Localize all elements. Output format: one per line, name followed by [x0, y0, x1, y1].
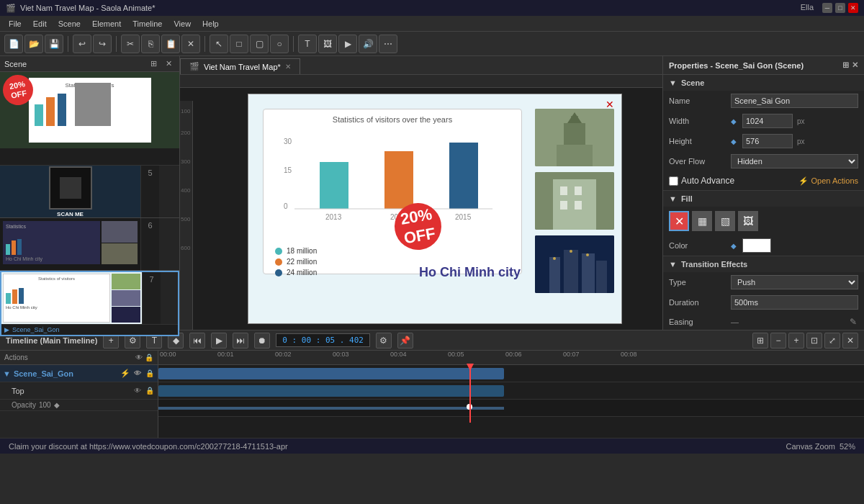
- tl-zoom-in[interactable]: +: [788, 333, 804, 348]
- maximize-button[interactable]: □: [835, 3, 845, 13]
- color-swatch[interactable]: [742, 238, 771, 253]
- select-tool[interactable]: ↖: [210, 35, 228, 53]
- tl-record[interactable]: ⏺: [254, 333, 270, 348]
- tl-layer-eye[interactable]: 👁: [132, 386, 143, 396]
- fill-section: ▼ Fill ✕ ▦ ▧ 🖼 Color ◆: [663, 191, 864, 256]
- app-icon: 🎬: [6, 4, 16, 13]
- props-title: Properties - Scene_Sai Gon (Scene): [669, 61, 804, 70]
- tab-main[interactable]: 🎬 Viet Nam Travel Map* ✕: [180, 58, 300, 74]
- tab-close[interactable]: ✕: [285, 63, 291, 71]
- tl-lock-icon[interactable]: 🔒: [145, 369, 155, 379]
- menu-file[interactable]: File: [3, 18, 27, 30]
- save-button[interactable]: 💾: [45, 35, 63, 53]
- tl-layer-lock[interactable]: 🔒: [145, 386, 155, 396]
- fill-gradient-btn[interactable]: ▧: [715, 211, 735, 231]
- fill-section-header[interactable]: ▼ Fill: [663, 191, 864, 207]
- open-actions-btn[interactable]: ⚡ Open Actions: [798, 176, 858, 186]
- timeline-panel: Timeline (Main Timeline) + ⚙ T ◆ ⏮ ▶ ⏭ ⏺…: [0, 330, 864, 438]
- canvas-with-ruler: 100 200 300 400 500 600 ✕ Statistics of …: [180, 88, 662, 330]
- tl-collapse-icon: ▼: [3, 369, 11, 378]
- delete-button[interactable]: ✕: [181, 35, 200, 53]
- tl-zoom-out[interactable]: −: [770, 333, 786, 348]
- tl-layer-bar: [158, 385, 504, 397]
- duration-label: Duration: [669, 298, 726, 307]
- scenes-close[interactable]: ✕: [163, 58, 175, 69]
- shape-rect[interactable]: □: [230, 35, 248, 53]
- new-button[interactable]: 📄: [4, 35, 23, 53]
- photo-building: [535, 172, 614, 230]
- scenes-expand[interactable]: ⊞: [148, 58, 160, 69]
- svg-text:15: 15: [284, 166, 292, 174]
- tl-fit[interactable]: ⊡: [806, 333, 822, 348]
- menu-element[interactable]: Element: [86, 18, 127, 30]
- main-content: Scene ⊞ ✕ Statistics of visitors: [0, 56, 864, 330]
- tl-goto-end[interactable]: ⏭: [233, 333, 248, 348]
- name-input[interactable]: [731, 94, 858, 108]
- close-scene-button[interactable]: ✕: [606, 99, 614, 110]
- tl-opacity-track[interactable]: [158, 400, 864, 417]
- menu-edit[interactable]: Edit: [27, 18, 53, 30]
- menu-view[interactable]: View: [168, 18, 197, 30]
- menu-help[interactable]: Help: [197, 18, 225, 30]
- legend-label-3: 24 million: [287, 269, 317, 276]
- undo-button[interactable]: ↩: [73, 35, 91, 53]
- tl-expand[interactable]: ⤢: [824, 333, 840, 348]
- toolbar: 📄 📂 💾 ↩ ↪ ✂ ⎘ 📋 ✕ ↖ □ ▢ ○ T 🖼 ▶ 🔊 ⋯: [0, 32, 864, 56]
- tl-scene-track[interactable]: [158, 365, 864, 382]
- open-actions-label: Open Actions: [811, 176, 858, 185]
- props-expand[interactable]: ⊞: [842, 60, 849, 70]
- audio-tool[interactable]: 🔊: [359, 35, 377, 53]
- scene-thumb-7[interactable]: Statistics of visitors Ho Chi Minh city: [0, 271, 179, 336]
- text-tool[interactable]: T: [298, 35, 317, 53]
- minimize-button[interactable]: ─: [822, 3, 832, 13]
- auto-advance-checkbox[interactable]: [669, 176, 678, 186]
- tm-0: 00:00: [158, 351, 176, 358]
- transition-section-header[interactable]: ▼ Transition Effects: [663, 256, 864, 272]
- easing-value: —: [731, 318, 739, 326]
- tl-snap[interactable]: 📌: [397, 333, 413, 348]
- scene-section-header[interactable]: ▼ Scene: [663, 75, 864, 91]
- fill-image-btn[interactable]: 🖼: [738, 211, 758, 231]
- fill-section-label: Fill: [681, 194, 693, 203]
- fill-solid-btn[interactable]: ✕: [669, 211, 689, 231]
- scene-arrow-7: ▶: [4, 326, 9, 333]
- cut-button[interactable]: ✂: [121, 35, 140, 53]
- overflow-select[interactable]: Hidden Visible Auto: [731, 154, 858, 168]
- props-close[interactable]: ✕: [852, 60, 858, 70]
- photo-night: [535, 235, 614, 293]
- menu-timeline[interactable]: Timeline: [127, 18, 168, 30]
- chart-container: Statistics of visitors over the years 30…: [263, 109, 522, 274]
- tl-eye-icon[interactable]: 👁: [132, 369, 143, 379]
- scene-thumb-1[interactable]: Statistics of visitors 20% OFF: [0, 72, 179, 166]
- duration-input[interactable]: [731, 295, 858, 310]
- tl-goto-start[interactable]: ⏮: [189, 333, 205, 348]
- easing-edit-button[interactable]: ✎: [848, 317, 858, 327]
- tl-play[interactable]: ▶: [211, 333, 227, 348]
- close-button[interactable]: ✕: [848, 3, 858, 13]
- scene-thumb-6[interactable]: Statistics Ho Chi Minh city: [0, 218, 179, 271]
- canvas-container: ✕ Statistics of visitors over the years …: [193, 88, 662, 330]
- width-input[interactable]: [742, 114, 793, 128]
- height-input[interactable]: [742, 134, 793, 148]
- svg-text:2015: 2015: [455, 213, 472, 221]
- tl-grid[interactable]: ⊞: [752, 333, 768, 348]
- open-button[interactable]: 📂: [24, 35, 43, 53]
- redo-button[interactable]: ↪: [93, 35, 112, 53]
- menu-scene[interactable]: Scene: [53, 18, 86, 30]
- shape-rounded[interactable]: ▢: [250, 35, 269, 53]
- copy-button[interactable]: ⎘: [141, 35, 160, 53]
- shape-circle[interactable]: ○: [270, 35, 289, 53]
- fill-color-btn[interactable]: ▦: [692, 211, 712, 231]
- tl-options[interactable]: ⚙: [376, 333, 392, 348]
- video-tool[interactable]: ▶: [338, 35, 357, 53]
- paste-button[interactable]: 📋: [161, 35, 180, 53]
- type-select[interactable]: Push Fade Slide: [731, 275, 858, 289]
- image-tool[interactable]: 🖼: [318, 35, 337, 53]
- prop-overflow-row: Over Flow Hidden Visible Auto: [663, 151, 864, 171]
- more-tools[interactable]: ⋯: [379, 35, 397, 53]
- tl-layer-row: Top 👁 🔒: [0, 382, 158, 400]
- tl-layer-track[interactable]: [158, 382, 864, 400]
- scene-thumb-5[interactable]: SCAN ME 5: [0, 166, 179, 218]
- tl-close[interactable]: ✕: [842, 333, 858, 348]
- tl-layer-icons: 👁 🔒: [132, 386, 155, 396]
